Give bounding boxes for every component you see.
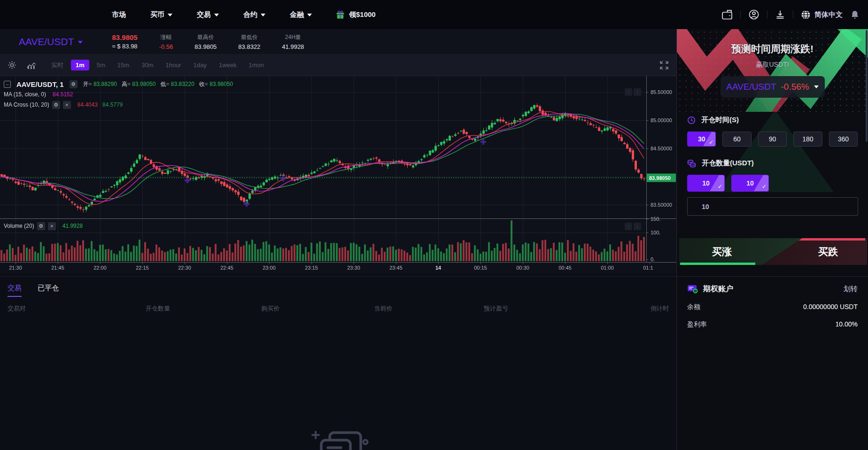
ohlc-item: 高= 83.98050 [122,80,155,88]
globe-icon [801,10,811,20]
timeframe-实时[interactable]: 实时 [46,59,68,71]
bell-icon[interactable] [850,10,860,20]
timeframe-1week[interactable]: 1week [214,60,241,70]
account-row: 盈利率10.00% [687,320,858,329]
ma-cross-value-1: 84.4043 [78,101,98,108]
open-amount-option-2[interactable]: 10✓ [731,175,769,192]
positions-table-header: 交易对开仓数量购买价当前价预计盈亏倒计时 [8,304,669,313]
chevron-down-icon [168,14,172,16]
stat-value: 83.9805 [194,43,217,50]
pane-up-button[interactable]: ↑ [625,223,632,230]
pair-stat: 最高价83.9805 [194,33,217,50]
nav-item-label: 买币 [150,10,164,19]
fullscreen-icon[interactable] [659,61,669,70]
nav-item-交易[interactable]: 交易 [197,10,219,19]
legend-collapse-button[interactable]: – [4,81,11,88]
clock-icon [687,116,696,124]
banner-title: 预测时间周期涨跌! [677,42,868,55]
ohlc-item: 开= 83.88290 [83,80,117,88]
nav-item-label: 金融 [290,10,304,19]
open-time-option-30[interactable]: 30✓ [687,132,716,147]
option-account-section: 期权账户 划转 余额0.00000000 USDT盈利率10.00% [677,276,868,329]
amount-input[interactable] [687,197,858,216]
download-icon[interactable] [775,9,785,20]
ma-cross-remove-icon[interactable]: × [63,101,71,109]
column-header-3: 购买价 [214,304,327,313]
chevron-down-icon [307,14,312,16]
account-card-icon [687,285,698,294]
stat-label: 涨幅 [159,33,173,41]
stat-value: 83.8322 [238,43,260,50]
chevron-down-icon [814,85,819,88]
timeframe-1m[interactable]: 1m [71,60,89,70]
pane-down-button[interactable]: ↓ [634,223,641,230]
trade-panel: 预测时间周期涨跌! 赢取USDT! AAVE/USDT -0.56% 开仓时间(… [676,29,868,450]
ohlc-item: 收= 83.98050 [199,80,233,88]
pair-selector[interactable]: AAVE/USDT [19,36,83,47]
language-selector[interactable]: 简体中文 [801,10,843,20]
divider [767,11,767,18]
account-icon[interactable] [748,9,760,20]
column-header-5: 预计盈亏 [440,304,552,313]
chevron-down-icon [261,14,265,16]
green-dots-pattern [776,29,868,112]
ma-indicator-label: MA (15, close, 0) [4,91,46,98]
account-row-label: 余额 [687,303,700,311]
volume-settings-icon[interactable]: ⚙ [37,222,45,230]
coins-icon [687,159,696,168]
ohlc-values: 开= 83.88290高= 83.98050低= 83.83220收= 83.9… [83,80,233,88]
open-time-section-label: 开仓时间(S) [687,116,868,124]
pane-up-button[interactable]: ↑ [625,88,632,96]
wallet-icon[interactable] [721,9,733,20]
tab-交易[interactable]: 交易 [8,284,22,297]
open-amount-option-1[interactable]: 10✓ [687,175,725,192]
open-time-option-360[interactable]: 360 [829,132,858,147]
timeframe-1mon[interactable]: 1mon [244,60,269,70]
chart-type-icon[interactable] [27,61,36,70]
timeframe-15m[interactable]: 15m [113,60,134,70]
stat-value: -0.56 [159,43,173,50]
nav-item-金融[interactable]: 金融 [290,10,312,19]
promo-banner: 预测时间周期涨跌! 赢取USDT! AAVE/USDT -0.56% [677,29,868,112]
volume-label: Volume (20) [4,223,34,229]
pair-stats: 涨幅-0.56最高价83.9805最低价83.832224H量41.9928 [138,33,304,50]
divider [793,11,793,18]
pair-header: AAVE/USDT 83.9805 ≈ $ 83.98 涨幅-0.56最高价83… [0,29,676,54]
symbol-settings-icon[interactable]: ⚙ [70,80,78,88]
positions-tabs: 交易已平仓 [8,277,669,297]
timeframe-1day[interactable]: 1day [189,60,211,70]
transfer-link[interactable]: 划转 [844,285,858,294]
banner-subtitle: 赢取USDT! [677,61,868,69]
timeframe-30m[interactable]: 30m [137,60,158,70]
pill-pair: AAVE/USDT [726,82,776,92]
check-icon: ✓ [718,178,722,192]
ma-cross-settings-icon[interactable]: ⚙ [52,101,60,109]
stat-label: 24H量 [282,33,304,41]
nav-item-市场[interactable]: 市场 [112,10,126,19]
tab-已平仓[interactable]: 已平仓 [38,284,59,297]
promo-button[interactable]: 领$1000 [335,10,376,20]
buy-buttons: 买涨 买跌 [679,237,867,266]
ma-cross-value-2: 84.5779 [102,101,123,108]
buy-up-label: 买涨 [712,245,732,258]
account-rows: 余额0.00000000 USDT盈利率10.00% [677,303,868,329]
divider [740,11,741,18]
timeframe-5m[interactable]: 5m [92,60,110,70]
gift-icon [335,10,345,20]
pill-change: -0.56% [781,82,809,92]
timeframe-1hour[interactable]: 1hour [161,60,186,70]
open-time-option-180[interactable]: 180 [793,132,822,147]
nav-item-label: 合约 [243,10,257,19]
chart-settings-icon[interactable] [8,61,16,70]
pane-down-button[interactable]: ↓ [634,88,641,96]
top-navbar: 市场买币交易合约金融 领$1000 [0,0,868,29]
open-time-option-60[interactable]: 60 [722,132,751,147]
price-block: 83.9805 ≈ $ 83.98 [112,33,137,50]
column-header-1: 交易对 [8,304,101,313]
nav-right: 简体中文 [721,9,868,20]
open-time-option-90[interactable]: 90 [758,132,787,147]
nav-item-合约[interactable]: 合约 [243,10,265,19]
volume-remove-icon[interactable]: × [48,222,56,230]
banner-pair-selector[interactable]: AAVE/USDT -0.56% [721,76,825,98]
nav-item-买币[interactable]: 买币 [150,10,172,19]
